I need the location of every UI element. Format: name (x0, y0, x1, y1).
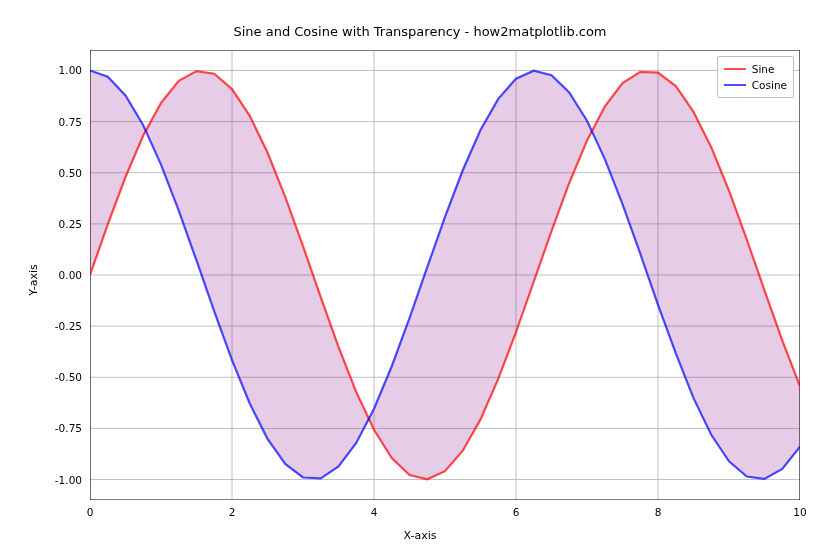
x-tick-label: 4 (371, 506, 378, 518)
plot-svg (90, 50, 800, 500)
legend-label-cosine: Cosine (752, 79, 787, 91)
plot-area: 0246810-1.00-0.75-0.50-0.250.000.250.500… (90, 50, 800, 500)
y-tick-label: 0.00 (42, 269, 82, 281)
y-tick-label: 0.50 (42, 167, 82, 179)
y-tick-label: 1.00 (42, 64, 82, 76)
y-tick-label: -1.00 (42, 474, 82, 486)
x-axis-label: X-axis (0, 529, 840, 542)
x-tick-label: 2 (229, 506, 236, 518)
legend-label-sine: Sine (752, 63, 775, 75)
y-tick-label: -0.75 (42, 422, 82, 434)
y-axis-label: Y-axis (27, 264, 40, 295)
y-tick-label: 0.25 (42, 218, 82, 230)
legend-swatch-sine (724, 68, 746, 70)
legend-item-sine: Sine (724, 61, 787, 77)
y-tick-label: -0.25 (42, 320, 82, 332)
x-tick-label: 0 (87, 506, 94, 518)
legend-swatch-cosine (724, 84, 746, 86)
chart-title: Sine and Cosine with Transparency - how2… (0, 24, 840, 39)
x-tick-label: 8 (655, 506, 662, 518)
x-tick-label: 6 (513, 506, 520, 518)
figure: Sine and Cosine with Transparency - how2… (0, 0, 840, 560)
legend-item-cosine: Cosine (724, 77, 787, 93)
legend: Sine Cosine (717, 56, 794, 98)
y-tick-label: 0.75 (42, 116, 82, 128)
x-tick-label: 10 (793, 506, 806, 518)
y-tick-label: -0.50 (42, 371, 82, 383)
